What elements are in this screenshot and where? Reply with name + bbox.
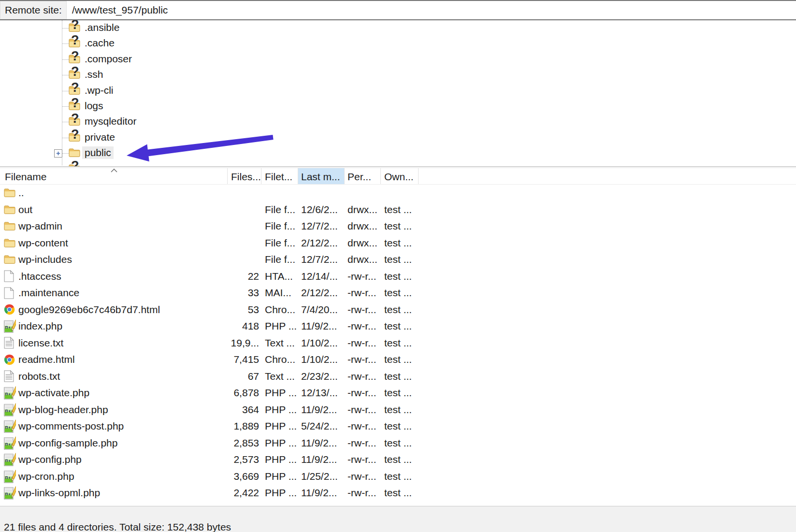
php-file-icon: Π++ bbox=[4, 403, 16, 417]
folder-icon bbox=[4, 188, 15, 198]
permissions-cell: drwx... bbox=[347, 237, 377, 249]
file-type-icon: Π++ bbox=[4, 436, 16, 450]
filename-cell: out bbox=[18, 204, 32, 216]
file-type-icon bbox=[4, 336, 16, 350]
owner-cell: test ... bbox=[384, 420, 412, 432]
tree-item-logs[interactable]: ? logs bbox=[0, 99, 796, 115]
filetype-cell: Chro... bbox=[265, 354, 295, 365]
filetype-cell: PHP ... bbox=[265, 454, 297, 465]
tree-item-private[interactable]: ? private bbox=[0, 130, 796, 146]
php-file-icon: Π++ bbox=[4, 436, 16, 450]
tree-item-.ansible[interactable]: ? .ansible bbox=[0, 20, 796, 36]
file-type-icon: Π++ bbox=[4, 403, 16, 417]
filetype-cell: PHP ... bbox=[265, 471, 297, 482]
file-row-readme.html[interactable]: readme.html 7,415 Chro... 1/10/2... -rw-… bbox=[0, 351, 796, 368]
file-row-index.php[interactable]: Π++ index.php 418 PHP ... 11/9/2... -rw-… bbox=[0, 318, 796, 335]
status-summary-text: 21 files and 4 directories. Total size: … bbox=[4, 521, 231, 532]
folder-icon: ? bbox=[69, 86, 81, 96]
permissions-cell: -rw-r... bbox=[347, 420, 376, 432]
filename-cell: wp-admin bbox=[18, 220, 62, 232]
filesize-cell: 7,415 bbox=[207, 354, 259, 365]
column-header-lastm[interactable]: Last m... bbox=[301, 171, 340, 183]
file-row-.htaccess[interactable]: .htaccess 22 HTA... 12/14/... -rw-r... t… bbox=[0, 268, 796, 285]
tree-item-.cache[interactable]: ? .cache bbox=[0, 36, 796, 52]
file-row-wp-blog-header.php[interactable]: Π++ wp-blog-header.php 364 PHP ... 11/9/… bbox=[0, 402, 796, 418]
file-row-wp-includes[interactable]: wp-includes File f... 12/7/2... drwx... … bbox=[0, 251, 796, 268]
file-type-icon bbox=[4, 236, 16, 250]
column-resize-handle[interactable] bbox=[227, 168, 228, 184]
permissions-cell: -rw-r... bbox=[347, 287, 376, 299]
last-modified-cell: 12/14/... bbox=[301, 271, 338, 282]
expand-toggle-icon[interactable] bbox=[54, 149, 62, 158]
tree-item-.composer[interactable]: ? .composer bbox=[0, 52, 796, 68]
filetype-cell: PHP ... bbox=[265, 437, 297, 449]
file-row-robots.txt[interactable]: robots.txt 67 Text ... 2/23/2... -rw-r..… bbox=[0, 368, 796, 385]
filename-cell: wp-cron.php bbox=[18, 471, 74, 482]
last-modified-cell: 1/10/2... bbox=[301, 337, 338, 349]
file-row-wp-content[interactable]: wp-content File f... 2/12/2... drwx... t… bbox=[0, 235, 796, 252]
tree-item-public[interactable]: public bbox=[0, 145, 796, 161]
folder-icon bbox=[4, 205, 15, 215]
folder-icon bbox=[69, 148, 81, 158]
remote-directory-tree: ? .ansible ? .cache ? .composer bbox=[0, 20, 796, 167]
file-row-wp-links-opml.php[interactable]: Π++ wp-links-opml.php 2,422 PHP ... 11/9… bbox=[0, 485, 796, 502]
permissions-cell: -rw-r... bbox=[347, 471, 376, 482]
tree-item-.wp-cli[interactable]: ? .wp-cli bbox=[0, 83, 796, 99]
remote-site-bar: Remote site: /www/test_957/public bbox=[0, 0, 796, 20]
file-row-wp-cron.php[interactable]: Π++ wp-cron.php 3,669 PHP ... 1/25/2... … bbox=[0, 468, 796, 485]
folder-icon: ? bbox=[69, 23, 81, 33]
column-resize-handle[interactable] bbox=[418, 168, 419, 184]
permissions-cell: -rw-r... bbox=[347, 320, 376, 332]
last-modified-cell: 2/23/2... bbox=[301, 371, 338, 382]
column-header-filename[interactable]: Filename bbox=[5, 171, 46, 183]
last-modified-cell: 11/9/2... bbox=[301, 320, 337, 332]
last-modified-cell: 1/25/2... bbox=[301, 471, 338, 482]
file-row-license.txt[interactable]: license.txt 19,9... Text ... 1/10/2... -… bbox=[0, 335, 796, 352]
question-mark-overlay: ? bbox=[71, 34, 79, 47]
filetype-cell: HTA... bbox=[265, 271, 293, 282]
tree-item-mysqleditor[interactable]: ? mysqleditor bbox=[0, 114, 796, 130]
remote-site-path-input[interactable]: /www/test_957/public bbox=[67, 1, 796, 19]
filesize-cell: 2,573 bbox=[207, 454, 259, 465]
file-row-wp-comments-post.php[interactable]: Π++ wp-comments-post.php 1,889 PHP ... 5… bbox=[0, 418, 796, 435]
file-row-wp-config.php[interactable]: Π++ wp-config.php 2,573 PHP ... 11/9/2..… bbox=[0, 451, 796, 468]
column-resize-handle[interactable] bbox=[298, 168, 298, 184]
tree-item-label: private bbox=[85, 131, 115, 143]
blank-document-icon bbox=[4, 287, 14, 299]
column-resize-handle[interactable] bbox=[344, 168, 345, 184]
column-resize-handle[interactable] bbox=[261, 168, 261, 184]
last-modified-cell: 12/7/2... bbox=[301, 254, 338, 265]
last-modified-cell: 5/24/2... bbox=[301, 420, 338, 432]
file-row-google9269eb6c7c46b7d7.html[interactable]: google9269eb6c7c46b7d7.html 53 Chro... 7… bbox=[0, 302, 796, 318]
owner-cell: test ... bbox=[384, 354, 412, 365]
folder-icon: ? bbox=[69, 38, 81, 49]
file-type-icon bbox=[4, 203, 16, 216]
filetype-cell: File f... bbox=[265, 254, 295, 265]
tree-item-.ssh[interactable]: ? .ssh bbox=[0, 67, 796, 83]
filesize-cell: 2,422 bbox=[207, 487, 259, 499]
file-row-wp-admin[interactable]: wp-admin File f... 12/7/2... drwx... tes… bbox=[0, 218, 796, 235]
column-resize-handle[interactable] bbox=[380, 168, 381, 184]
column-header-filet[interactable]: Filet... bbox=[265, 171, 292, 183]
file-row-wp-activate.php[interactable]: Π++ wp-activate.php 6,878 PHP ... 12/13/… bbox=[0, 385, 796, 402]
tree-item-partial[interactable]: ? bbox=[0, 161, 796, 167]
php-file-icon: Π++ bbox=[4, 419, 16, 433]
filename-cell: google9269eb6c7c46b7d7.html bbox=[18, 304, 160, 316]
owner-cell: test ... bbox=[384, 454, 412, 465]
filesize-cell: 364 bbox=[207, 404, 259, 416]
column-header-own[interactable]: Own... bbox=[384, 171, 414, 183]
file-type-icon: Π++ bbox=[4, 470, 16, 483]
file-row-..[interactable]: .. bbox=[0, 185, 796, 201]
filetype-cell: Chro... bbox=[265, 304, 295, 316]
filename-cell: wp-config-sample.php bbox=[18, 437, 117, 449]
filename-cell: wp-links-opml.php bbox=[18, 487, 100, 499]
tree-item-label: .ssh bbox=[85, 69, 103, 80]
file-row-.maintenance[interactable]: .maintenance 33 MAI... 2/12/2... -rw-r..… bbox=[0, 285, 796, 302]
file-row-out[interactable]: out File f... 12/6/2... drwx... test ... bbox=[0, 201, 796, 218]
column-header-per[interactable]: Per... bbox=[347, 171, 371, 183]
column-header-files[interactable]: Files... bbox=[231, 171, 261, 183]
permissions-cell: drwx... bbox=[347, 220, 377, 232]
owner-cell: test ... bbox=[384, 204, 412, 216]
file-row-wp-config-sample.php[interactable]: Π++ wp-config-sample.php 2,853 PHP ... 1… bbox=[0, 435, 796, 452]
file-type-icon: Π++ bbox=[4, 386, 16, 400]
